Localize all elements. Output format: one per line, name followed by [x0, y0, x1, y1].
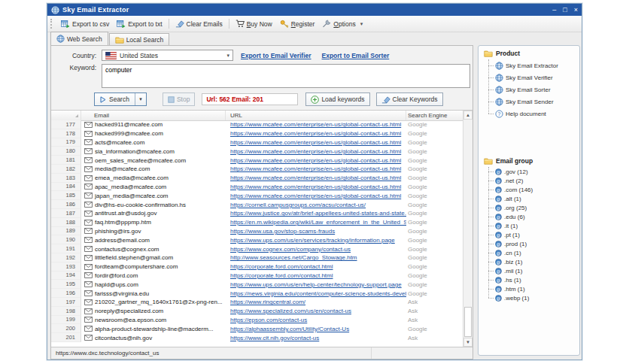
close-icon[interactable]: ×: [574, 7, 578, 14]
table-row[interactable]: 196farisss@virginia.eduhttps://news.virg…: [51, 289, 463, 298]
url-link[interactable]: https://alphaassembly.com/Utility/Contac…: [230, 326, 349, 332]
url-link[interactable]: http://www.seasources.net/Cargo_Stowage.…: [230, 254, 357, 261]
mail-icon: [84, 264, 93, 270]
url-link[interactable]: https://cornell.campusgroups.com/acsu/co…: [230, 202, 366, 208]
chevron-down-icon[interactable]: ▾: [360, 21, 363, 27]
email-group-item-cn-1[interactable]: @.cn (1): [488, 248, 578, 257]
table-row[interactable]: 200alpha-product-stewardship-line@macder…: [51, 324, 463, 333]
table-row[interactable]: 197210202_gartner_mq_1640x1761@2x-png-re…: [51, 298, 463, 307]
table-row[interactable]: 194fordir@ford.comhttps://corporate.ford…: [51, 271, 463, 281]
table-row[interactable]: 192littlefield.stephen@gmail.comhttp://w…: [51, 253, 463, 262]
export-to-csv-button[interactable]: Export to csv: [57, 18, 113, 29]
table-row[interactable]: 184apac_media@mcafee.comhttps://www.mcaf…: [51, 183, 463, 192]
register-button[interactable]: Register: [276, 18, 319, 29]
table-row[interactable]: 189phishing@irs.govhttps://www.usa.gov/s…: [51, 227, 463, 236]
table-row[interactable]: 187antitrust.atr@usdoj.govhttps://www.ju…: [51, 209, 463, 218]
country-select[interactable]: United States ▾: [102, 50, 233, 61]
column-header-index[interactable]: [51, 111, 81, 120]
search-dropdown-arrow[interactable]: ▼: [135, 93, 146, 105]
table-row[interactable]: 201citcontactus@nih.govhttps://www.cit.n…: [51, 333, 463, 342]
table-row[interactable]: 185japan_media@mcafee.comhttps://www.mca…: [51, 191, 463, 200]
options-button[interactable]: Options: [318, 18, 359, 29]
email-group-item-webp-1[interactable]: @.webp (1): [488, 293, 578, 302]
url-link[interactable]: https://www.justice.gov/atr/brief-appell…: [230, 210, 406, 217]
email-group-item-edu-6[interactable]: @.edu (6): [488, 212, 578, 221]
product-item-sky-email-extractor[interactable]: Sky Email Extractor: [488, 59, 578, 71]
url-link[interactable]: https://www.ups.com/us/en/services/track…: [230, 237, 395, 244]
export-to-email-verifier-link[interactable]: Export to Email Verifier: [241, 52, 311, 59]
table-row[interactable]: 178hacked999@mcafee.comhttps://www.mcafe…: [51, 129, 463, 138]
table-scrollbar[interactable]: ▲ ▼: [463, 111, 473, 347]
table-row[interactable]: 179acts@mcafee.comhttps://www.mcafee.com…: [51, 138, 463, 147]
load-keywords-button[interactable]: Load keywords: [305, 93, 369, 106]
table-row[interactable]: 191contactus@cognex.comhttps://www.cogne…: [51, 244, 463, 253]
table-row[interactable]: 199newsroom@ea.epson.comhttps://epson.co…: [51, 316, 463, 325]
url-link[interactable]: https://www.cit.nih.gov/contact-us: [230, 335, 319, 341]
url-link[interactable]: https://www.usa.gov/stop-scams-frauds: [230, 228, 335, 235]
url-link[interactable]: https://www.mcafee.com/enterprise/en-us/…: [230, 139, 401, 146]
url-link[interactable]: https://www.mcafee.com/enterprise/en-us/…: [230, 148, 401, 155]
url-link[interactable]: https://www.mcafee.com/enterprise/en-us/…: [230, 157, 401, 164]
url-link[interactable]: https://corporate.ford.com/contact.html: [230, 263, 333, 270]
product-item-sky-email-sorter[interactable]: Sky Email Sorter: [488, 83, 578, 96]
table-row[interactable]: 188faq.htm@pppmp.htmhttps://en.m.wikiped…: [51, 218, 463, 227]
url-link[interactable]: https://www.mcafee.com/enterprise/en-us/…: [230, 184, 401, 190]
table-row[interactable]: 180sia_information@mcafee.comhttps://www…: [51, 147, 463, 156]
scroll-down-icon[interactable]: ▼: [463, 338, 473, 347]
table-row[interactable]: 182media@mcafee.comhttps://www.mcafee.co…: [51, 165, 463, 174]
product-item-help-document[interactable]: ?Help document: [488, 108, 578, 120]
url-link[interactable]: https://www.mcafee.com/enterprise/en-us/…: [230, 121, 401, 128]
table-row[interactable]: 186div@hs-eu-cookie-confirmation.hshttps…: [51, 200, 463, 209]
table-row[interactable]: 190address@email.comhttps://www.ups.com/…: [51, 235, 463, 244]
url-link[interactable]: https://www.mcafee.com/enterprise/en-us/…: [230, 165, 401, 172]
email-group-item-com-146[interactable]: @.com (146): [488, 185, 578, 194]
scroll-up-icon[interactable]: ▲: [463, 111, 473, 120]
export-to-txt-button[interactable]: Export to txt: [113, 18, 166, 29]
email-group-item-mil-1[interactable]: @.mil (1): [488, 266, 578, 275]
email-group-item-pt-1[interactable]: @.pt (1): [488, 230, 578, 239]
email-group-item-net-2[interactable]: @.net (2): [488, 176, 578, 185]
url-link[interactable]: https://corporate.ford.com/contact.html: [230, 272, 333, 279]
url-link[interactable]: https://www.ups.com/us/en/help-center/te…: [230, 281, 402, 288]
keyword-input[interactable]: computer: [102, 64, 470, 88]
tab-web-search[interactable]: Web Search: [50, 32, 108, 45]
product-item-sky-email-sender[interactable]: Sky Email Sender: [488, 96, 578, 108]
table-row[interactable]: 183emea_media@mcafee.comhttps://www.mcaf…: [51, 174, 463, 183]
email-group-item-alt-1[interactable]: @.alt (1): [488, 194, 578, 203]
url-link[interactable]: https://www.cognex.com/company/contact-u…: [230, 246, 351, 253]
email-group-item-prod-1[interactable]: @.prod (1): [488, 239, 578, 248]
url-link[interactable]: https://www.mcafee.com/enterprise/en-us/…: [230, 193, 401, 199]
table-row[interactable]: 177hacked911@mcafee.comhttps://www.mcafe…: [51, 120, 463, 129]
email-group-item-hs-1[interactable]: @.hs (1): [488, 275, 578, 284]
table-row[interactable]: 181oem_sales_mcafee@mcafee.comhttps://ww…: [51, 156, 463, 165]
scrollbar-thumb[interactable]: [464, 307, 472, 337]
column-header-email[interactable]: Email: [81, 111, 226, 120]
maximize-icon[interactable]: □: [563, 7, 567, 14]
column-header-url[interactable]: URL: [226, 111, 406, 120]
buy-now-button[interactable]: Buy Now: [232, 18, 276, 29]
tab-local-search[interactable]: Local Search: [109, 33, 170, 45]
url-link[interactable]: https://www.ringcentral.com/: [230, 299, 305, 305]
column-header-search-engine[interactable]: Search Engine: [406, 111, 463, 120]
url-link[interactable]: https://en.m.wikipedia.org/wiki/Law_enfo…: [230, 219, 406, 226]
stop-button[interactable]: Stop: [163, 93, 196, 106]
table-row[interactable]: 195hapld@ups.comhttps://www.ups.com/us/e…: [51, 280, 463, 289]
table-row[interactable]: 198noreply@specialized.comhttps://www.sp…: [51, 307, 463, 316]
product-item-sky-email-verifier[interactable]: Sky Email Verifier: [488, 71, 578, 83]
url-link[interactable]: https://www.mcafee.com/enterprise/en-us/…: [230, 174, 401, 181]
export-to-email-sorter-link[interactable]: Export to Email Sorter: [322, 52, 390, 59]
table-row[interactable]: 193fordteam@computershare.comhttps://cor…: [51, 262, 463, 271]
url-link[interactable]: https://epson.com/contact-us: [230, 317, 307, 323]
email-group-item-org-25[interactable]: @.org (25): [488, 203, 578, 212]
clear-emails-button[interactable]: Clear Emails: [172, 18, 226, 29]
email-group-item-gov-12[interactable]: @.gov (12): [488, 167, 578, 176]
clear-keywords-button[interactable]: Clear Keywords: [376, 93, 443, 106]
url-link[interactable]: https://www.specialized.com/us/en/contac…: [230, 308, 351, 314]
url-link[interactable]: https://www.mcafee.com/enterprise/en-us/…: [230, 130, 401, 137]
search-button[interactable]: Search: [95, 93, 135, 105]
minimize-icon[interactable]: –: [552, 7, 556, 14]
email-group-item-biz-1[interactable]: @.biz (1): [488, 257, 578, 266]
url-link[interactable]: https://news.virginia.edu/content/comput…: [230, 290, 406, 297]
email-group-item-it-1[interactable]: @.it (1): [488, 221, 578, 230]
email-group-item-htm-1[interactable]: @.htm (1): [488, 284, 578, 293]
